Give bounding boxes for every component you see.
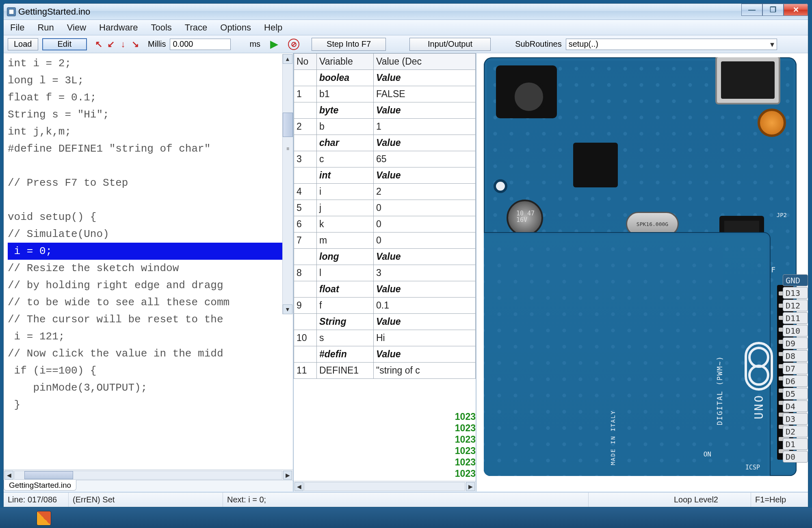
var-value[interactable]: "string of c [374, 363, 476, 379]
digital-pin-d13[interactable]: D13 [783, 287, 808, 299]
var-value[interactable]: 2 [374, 184, 476, 200]
arrow-nw-icon[interactable]: ↖ [94, 40, 103, 49]
scroll-track[interactable]: ≡ [283, 64, 293, 304]
arrow-sw-icon[interactable]: ↙ [106, 40, 115, 49]
table-row[interactable]: longValue [294, 249, 476, 265]
table-row[interactable]: StringValue [294, 314, 476, 330]
minimize-button[interactable]: — [741, 4, 762, 16]
scroll-thumb[interactable] [283, 113, 293, 137]
table-row[interactable]: 1b1FALSE [294, 86, 476, 102]
table-row[interactable]: intValue [294, 167, 476, 184]
input-output-button[interactable]: Input/Output [409, 38, 491, 51]
table-row[interactable]: 3c65 [294, 151, 476, 167]
scroll-left-icon[interactable]: ◀ [4, 471, 13, 480]
table-row[interactable]: 5j0 [294, 200, 476, 216]
play-icon[interactable]: ▶ [270, 38, 278, 50]
var-value[interactable]: 3 [374, 265, 476, 281]
code-line[interactable]: int j,k,m; [8, 123, 293, 140]
var-value[interactable]: 65 [374, 151, 476, 167]
power-jack[interactable] [496, 65, 557, 118]
var-value[interactable]: Hi [374, 330, 476, 346]
edit-button[interactable]: Edit [42, 38, 87, 50]
menu-options[interactable]: Options [218, 22, 253, 34]
table-row[interactable]: 9f0.1 [294, 298, 476, 314]
var-value[interactable]: 0 [374, 232, 476, 249]
table-row[interactable]: floatValue [294, 281, 476, 298]
code-line[interactable]: // to be wide to see all these comm [8, 294, 293, 311]
scroll-down-icon[interactable]: ▼ [283, 304, 292, 314]
table-row[interactable]: 11DEFINE1"string of c [294, 363, 476, 379]
table-row[interactable]: 2b1 [294, 119, 476, 135]
col-no[interactable]: No [294, 54, 317, 70]
arrow-down-icon[interactable]: ↓ [119, 40, 128, 49]
menu-run[interactable]: Run [35, 22, 56, 34]
var-value[interactable]: 1 [374, 119, 476, 135]
taskbar-app-icon[interactable] [37, 511, 51, 526]
digital-pin-d12[interactable]: D12 [783, 300, 808, 311]
code-line[interactable]: void setup() { [8, 209, 293, 226]
code-line[interactable]: // Press F7 to Step [8, 174, 293, 191]
vars-horizontal-scrollbar[interactable]: ◀ ▶ [294, 481, 476, 491]
table-row[interactable]: 6k0 [294, 216, 476, 232]
table-row[interactable]: 4i2 [294, 184, 476, 200]
menu-view[interactable]: View [65, 22, 89, 34]
arrow-se-icon[interactable]: ↘ [131, 40, 140, 49]
code-line[interactable]: #define DEFINE1 "string of char" [8, 140, 293, 157]
menu-hardware[interactable]: Hardware [97, 22, 140, 34]
scroll-right-icon[interactable]: ▶ [283, 471, 292, 480]
code-line[interactable]: // Simulate(Uno) [8, 226, 293, 243]
table-row[interactable]: 8l3 [294, 265, 476, 281]
code-line[interactable]: } [8, 396, 293, 413]
code-line[interactable]: i = 121; [8, 328, 293, 345]
var-value[interactable]: 0 [374, 200, 476, 216]
scroll-left-icon[interactable]: ◀ [294, 482, 303, 491]
digital-pin-d4[interactable]: D4 [783, 400, 808, 412]
code-line[interactable]: float f = 0.1; [8, 89, 293, 106]
digital-pin-d0[interactable]: D0 [783, 451, 808, 463]
scroll-up-icon[interactable]: ▲ [283, 54, 292, 64]
menu-tools[interactable]: Tools [148, 22, 174, 34]
scroll-right-icon[interactable]: ▶ [466, 482, 475, 491]
menu-file[interactable]: File [8, 22, 27, 34]
table-row[interactable]: 7m0 [294, 232, 476, 249]
table-row[interactable]: charValue [294, 135, 476, 151]
var-value[interactable]: 0 [374, 216, 476, 232]
code-editor[interactable]: int i = 2;long l = 3L;float f = 0.1;Stri… [4, 53, 293, 469]
millis-input[interactable] [170, 39, 231, 50]
digital-pin-d1[interactable]: D1 [783, 438, 808, 450]
code-line[interactable]: if (i==100) { [8, 362, 293, 379]
reset-button[interactable] [758, 109, 786, 137]
code-line[interactable]: // Resize the sketch window [8, 260, 293, 277]
digital-pin-d2[interactable]: D2 [783, 426, 808, 437]
var-value[interactable]: FALSE [374, 86, 476, 102]
arduino-board[interactable]: JP2 10 47 16V 10 47 16V SPK16.000G RX TX… [484, 57, 797, 476]
code-line[interactable]: int i = 2; [8, 55, 293, 72]
code-line[interactable]: long l = 3L; [8, 72, 293, 89]
digital-pin-d9[interactable]: D9 [783, 337, 808, 349]
code-line[interactable]: String s = "Hi"; [8, 106, 293, 123]
table-row[interactable]: 10sHi [294, 330, 476, 346]
maximize-button[interactable]: ❐ [762, 4, 784, 16]
col-variable[interactable]: Variable [317, 54, 374, 70]
scroll-track[interactable] [304, 482, 465, 491]
menu-trace[interactable]: Trace [182, 22, 210, 34]
digital-pin-d6[interactable]: D6 [783, 375, 808, 387]
code-line[interactable]: // The cursor will be reset to the [8, 311, 293, 328]
digital-pin-d8[interactable]: D8 [783, 350, 808, 362]
close-button[interactable]: ✕ [784, 4, 808, 16]
digital-pin-d11[interactable]: D11 [783, 312, 808, 324]
usb-port[interactable] [715, 57, 780, 104]
table-row[interactable]: #definValue [294, 346, 476, 363]
table-row[interactable]: byteValue [294, 102, 476, 119]
code-line[interactable]: pinMode(3,OUTPUT); [8, 379, 293, 396]
digital-pin-d3[interactable]: D3 [783, 413, 808, 425]
load-button[interactable]: Load [8, 38, 38, 50]
code-line[interactable] [8, 191, 293, 209]
digital-pin-d10[interactable]: D10 [783, 325, 808, 337]
digital-pin-d5[interactable]: D5 [783, 388, 808, 400]
digital-pin-gnd[interactable]: GND [783, 274, 808, 286]
code-line[interactable] [8, 157, 293, 174]
scroll-track[interactable] [14, 471, 282, 480]
code-line[interactable]: // by holding right edge and dragg [8, 277, 293, 294]
scroll-thumb[interactable] [24, 471, 73, 479]
